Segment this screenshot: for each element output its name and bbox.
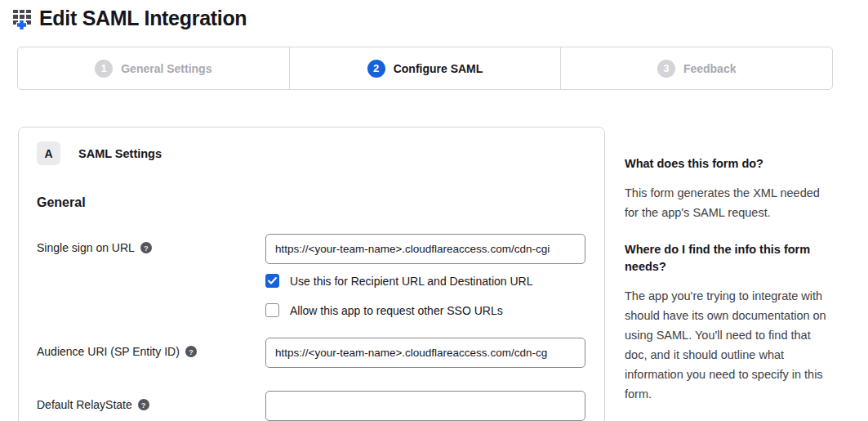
step-label: Configure SAML bbox=[394, 62, 483, 75]
field-row-sso-url: Single sign on URL ? Use this for Recipi… bbox=[37, 234, 586, 333]
general-section-heading: General bbox=[37, 195, 586, 210]
sso-url-input[interactable] bbox=[265, 234, 585, 264]
checkbox-recipient-destination[interactable]: Use this for Recipient URL and Destinati… bbox=[265, 274, 586, 288]
help-sidebar: What does this form do? This form genera… bbox=[625, 155, 829, 421]
wizard-step-configure-saml[interactable]: 2 Configure SAML bbox=[289, 47, 561, 89]
audience-uri-input[interactable] bbox=[265, 338, 585, 368]
add-app-grid-icon bbox=[12, 7, 35, 33]
wizard-step-general-settings[interactable]: 1 General Settings bbox=[18, 47, 289, 89]
field-row-relay-state: Default RelayState ? If no value is set,… bbox=[37, 391, 586, 421]
sidebar-body-what: This form generates the XML needed for t… bbox=[625, 183, 829, 222]
page-title: Edit SAML Integration bbox=[39, 7, 247, 30]
step-label: General Settings bbox=[121, 62, 211, 75]
help-icon[interactable]: ? bbox=[138, 399, 149, 410]
help-icon[interactable]: ? bbox=[140, 242, 152, 253]
checkbox-other-sso-urls[interactable]: Allow this app to request other SSO URLs bbox=[265, 303, 586, 317]
audience-uri-label: Audience URI (SP Entity ID) bbox=[37, 345, 180, 358]
saml-settings-panel: A SAML Settings General Single sign on U… bbox=[18, 127, 605, 421]
sidebar-heading-what: What does this form do? bbox=[625, 155, 829, 172]
wizard-step-feedback[interactable]: 3 Feedback bbox=[560, 47, 832, 89]
step-number-badge: 1 bbox=[95, 60, 113, 78]
step-wizard: 1 General Settings 2 Configure SAML 3 Fe… bbox=[17, 47, 833, 90]
relay-state-input[interactable] bbox=[265, 391, 585, 421]
checkbox-box[interactable] bbox=[265, 274, 279, 288]
relay-state-label: Default RelayState bbox=[37, 398, 132, 411]
check-icon bbox=[268, 277, 277, 284]
section-a-badge: A bbox=[37, 141, 60, 165]
step-label: Feedback bbox=[683, 62, 737, 75]
checkbox-label: Use this for Recipient URL and Destinati… bbox=[290, 275, 533, 288]
panel-header: A SAML Settings bbox=[37, 141, 586, 165]
panel-title: SAML Settings bbox=[78, 147, 162, 160]
step-number-badge: 3 bbox=[657, 60, 675, 78]
checkbox-label: Allow this app to request other SSO URLs bbox=[290, 304, 503, 317]
sidebar-heading-where: Where do I find the info this form needs… bbox=[625, 241, 829, 275]
step-number-badge: 2 bbox=[367, 60, 385, 78]
sso-url-label: Single sign on URL bbox=[37, 241, 135, 254]
field-row-audience-uri: Audience URI (SP Entity ID) ? bbox=[37, 338, 586, 368]
page-header: Edit SAML Integration bbox=[12, 5, 247, 31]
help-icon[interactable]: ? bbox=[185, 346, 197, 357]
sidebar-body-where: The app you're trying to integrate with … bbox=[625, 286, 829, 404]
checkbox-box[interactable] bbox=[265, 303, 279, 317]
